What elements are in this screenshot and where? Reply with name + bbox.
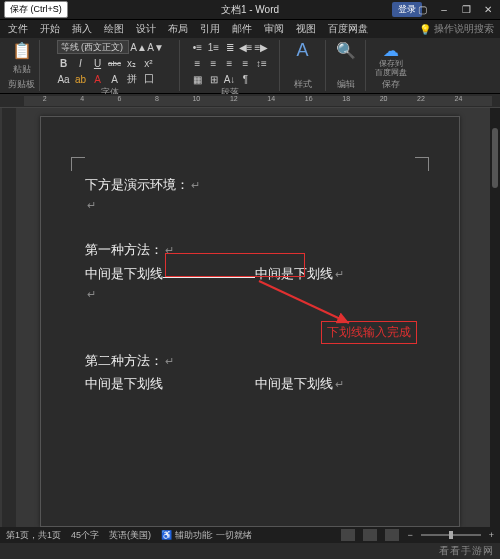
window-controls: ▢ – ❐ ✕ — [414, 3, 496, 17]
accessibility-icon: ♿ — [161, 530, 172, 540]
borders-button[interactable]: ⊞ — [207, 72, 221, 86]
decrease-indent-button[interactable]: ◀≡ — [239, 40, 253, 54]
vertical-scrollbar[interactable] — [490, 108, 500, 527]
baidu-save-group: ☁ 保存到 百度网盘 保存 — [366, 40, 416, 91]
italic-button[interactable]: I — [74, 56, 88, 70]
status-word-count[interactable]: 45个字 — [71, 529, 99, 542]
find-button[interactable]: 🔍 — [336, 40, 356, 60]
tab-layout[interactable]: 布局 — [168, 22, 188, 36]
align-center-button[interactable]: ≡ — [207, 56, 221, 70]
ruler-mark: 16 — [305, 96, 313, 102]
tab-insert[interactable]: 插入 — [72, 22, 92, 36]
tab-baidu[interactable]: 百度网盘 — [328, 22, 368, 36]
doc-line[interactable]: 第二种方法： ↵ — [85, 349, 415, 372]
tab-mailings[interactable]: 邮件 — [232, 22, 252, 36]
tab-draw[interactable]: 绘图 — [104, 22, 124, 36]
phonetic-button[interactable]: 拼 — [125, 72, 139, 86]
tab-design[interactable]: 设计 — [136, 22, 156, 36]
zoom-out-button[interactable]: − — [407, 530, 412, 540]
status-accessibility[interactable]: ♿ 辅助功能: 一切就绪 — [161, 529, 252, 542]
underline-button[interactable]: U — [91, 56, 105, 70]
show-marks-button[interactable]: ¶ — [239, 72, 253, 86]
increase-indent-button[interactable]: ≡▶ — [255, 40, 269, 54]
bullets-button[interactable]: •≡ — [191, 40, 205, 54]
doc-empty-line[interactable]: ↵ — [85, 285, 415, 305]
tab-review[interactable]: 审阅 — [264, 22, 284, 36]
tab-view[interactable]: 视图 — [296, 22, 316, 36]
save-button[interactable]: 保存 (Ctrl+S) — [4, 1, 68, 18]
status-page[interactable]: 第1页，共1页 — [6, 529, 61, 542]
clear-format-button[interactable]: A — [108, 72, 122, 86]
minimize-button[interactable]: – — [436, 3, 452, 17]
numbering-button[interactable]: 1≡ — [207, 40, 221, 54]
read-mode-button[interactable] — [341, 529, 355, 541]
ruler-mark: 24 — [455, 96, 463, 102]
restore-button[interactable]: ❐ — [458, 3, 474, 17]
editing-group: 🔍 编辑 — [326, 40, 366, 91]
paragraph-mark-icon: ↵ — [87, 196, 96, 216]
doc-underline-line[interactable]: 中间是下划线 中间是下划线 ↵ — [85, 262, 415, 285]
multilevel-button[interactable]: ≣ — [223, 40, 237, 54]
scrollbar-thumb[interactable] — [492, 128, 498, 188]
paragraph-mark-icon: ↵ — [165, 352, 174, 372]
superscript-button[interactable]: x² — [142, 56, 156, 70]
subscript-button[interactable]: x₂ — [125, 56, 139, 70]
doc-text: 中间是下划线 — [85, 372, 163, 395]
web-layout-button[interactable] — [385, 529, 399, 541]
styles-button[interactable]: A — [293, 40, 313, 60]
line-spacing-button[interactable]: ↕≡ — [255, 56, 269, 70]
font-group: A▲ A▼ B I U abc x₂ x² Aa ab A A 拼 囗 字体 — [40, 40, 180, 91]
highlight-button[interactable]: ab — [74, 72, 88, 86]
document-page[interactable]: 下方是演示环境： ↵ ↵ 第一种方法： ↵ 中间是下划线 中间是下划线 ↵ ↵ … — [40, 116, 460, 527]
window-title: 文档1 - Word — [221, 3, 279, 17]
vertical-ruler[interactable] — [2, 108, 16, 527]
zoom-slider[interactable] — [421, 534, 481, 536]
paste-button[interactable]: 📋 — [12, 40, 32, 60]
sort-button[interactable]: A↓ — [223, 72, 237, 86]
document-viewport: 下方是演示环境： ↵ ↵ 第一种方法： ↵ 中间是下划线 中间是下划线 ↵ ↵ … — [0, 108, 500, 527]
shrink-font-icon[interactable]: A▼ — [149, 40, 163, 54]
paragraph-mark-icon: ↵ — [191, 176, 200, 196]
doc-text: 第一种方法： — [85, 238, 163, 261]
close-button[interactable]: ✕ — [480, 3, 496, 17]
status-language[interactable]: 英语(美国) — [109, 529, 151, 542]
margin-corner-tr — [415, 157, 429, 171]
horizontal-ruler[interactable]: 2 4 6 8 10 12 14 16 18 20 22 24 — [0, 94, 500, 108]
doc-line[interactable]: 第一种方法： ↵ — [85, 238, 415, 261]
clipboard-group: 📋 粘贴 剪贴板 — [4, 40, 40, 91]
tab-home[interactable]: 开始 — [40, 22, 60, 36]
tab-references[interactable]: 引用 — [200, 22, 220, 36]
shading-button[interactable]: ▦ — [191, 72, 205, 86]
align-right-button[interactable]: ≡ — [223, 56, 237, 70]
ruler-track: 2 4 6 8 10 12 14 16 18 20 22 24 — [24, 96, 492, 106]
print-layout-button[interactable] — [363, 529, 377, 541]
border-char-button[interactable]: 囗 — [142, 72, 156, 86]
ruler-mark: 12 — [230, 96, 238, 102]
align-left-button[interactable]: ≡ — [191, 56, 205, 70]
doc-empty-line[interactable]: ↵ — [85, 196, 415, 216]
zoom-in-button[interactable]: + — [489, 530, 494, 540]
tell-me-search[interactable]: 💡 操作说明搜索 — [419, 22, 494, 36]
doc-line[interactable]: 中间是下划线 中间是下划线 ↵ — [85, 372, 415, 395]
ruler-mark: 10 — [192, 96, 200, 102]
paragraph-mark-icon: ↵ — [87, 285, 96, 305]
annotation-label: 下划线输入完成 — [321, 321, 417, 344]
justify-button[interactable]: ≡ — [239, 56, 253, 70]
baidu-save-button[interactable]: ☁ — [381, 40, 401, 60]
editing-group-label: 编辑 — [337, 78, 355, 91]
bold-button[interactable]: B — [57, 56, 71, 70]
styles-group: A 样式 — [280, 40, 326, 91]
tab-file[interactable]: 文件 — [8, 22, 28, 36]
text-effects-button[interactable]: Aa — [57, 72, 71, 86]
font-color-button[interactable]: A — [91, 72, 105, 86]
doc-line[interactable]: 下方是演示环境： ↵ — [85, 173, 415, 196]
grow-font-icon[interactable]: A▲ — [132, 40, 146, 54]
font-name-select[interactable] — [57, 40, 129, 54]
ruler-mark: 22 — [417, 96, 425, 102]
baidu-group-label: 保存 — [382, 78, 400, 91]
doc-text: 中间是下划线 — [85, 262, 163, 285]
ribbon-display-options[interactable]: ▢ — [414, 3, 430, 17]
strikethrough-button[interactable]: abc — [108, 56, 122, 70]
search-hint: 操作说明搜索 — [434, 22, 494, 36]
title-bar: 保存 (Ctrl+S) 文档1 - Word 登录 ▢ – ❐ ✕ — [0, 0, 500, 20]
